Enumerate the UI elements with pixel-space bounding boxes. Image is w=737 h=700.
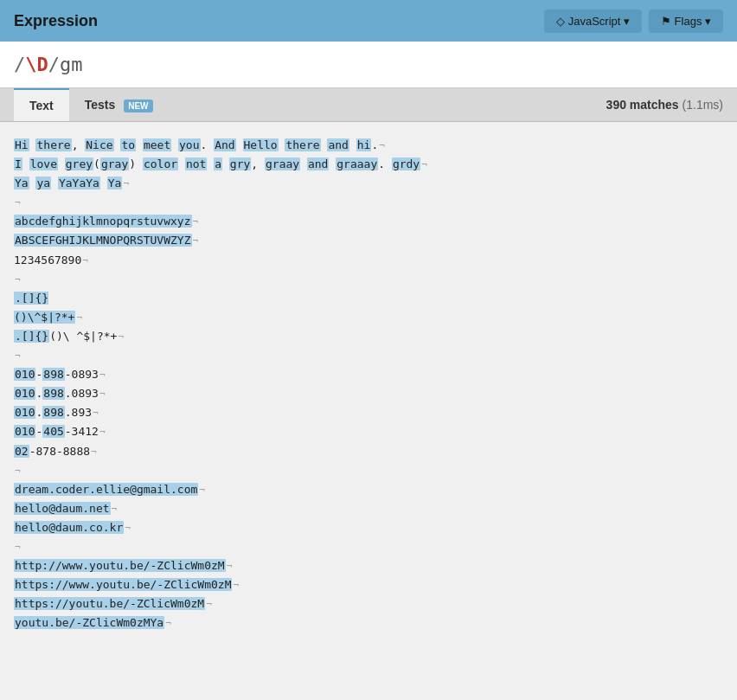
match: gray [100,157,129,170]
match: And [214,138,235,151]
pilcrow: ¬ [227,561,233,572]
text-line: 02-878-8888¬ [14,442,723,461]
match: youtu.be/-ZClicWm0zMYa [14,616,164,629]
regex-bar: /\D/gm [0,42,737,88]
new-badge: NEW [124,100,152,112]
pilcrow: ¬ [99,389,106,400]
text-line: .[]{}()\ ^$|?*+¬ [14,327,723,346]
text-content[interactable]: Hi there, Nice to meet you. And Hello th… [0,122,737,646]
text-line: Ya ya YaYaYa Ya¬ [14,174,723,193]
text-line: ¬ [14,193,723,212]
match: https://youtu.be/-ZClicWm0zM [14,597,205,610]
pilcrow: ¬ [82,255,88,267]
match: graay [265,157,300,170]
match: Nice [85,138,113,151]
header-buttons: ◇ JavaScript ▾ ⚑ Flags ▾ [544,10,723,33]
text-line: ¬ [14,537,723,556]
match: gry [229,157,251,170]
match: Hi [14,138,29,151]
text-line: 010-405-3412¬ [14,422,723,441]
match: a [214,157,222,170]
text-line: 010-898-0893¬ [14,365,723,384]
tab-text[interactable]: Text [14,88,69,121]
match: meet [143,138,171,151]
text-line: I love grey(gray) color not a gry, graay… [14,155,723,174]
regex-body: \D [25,54,48,75]
javascript-button[interactable]: ◇ JavaScript ▾ [544,10,642,33]
text-line: https://www.youtu.be/-ZClicWm0zM¬ [14,575,723,594]
pilcrow: ¬ [93,408,99,419]
pilcrow: ¬ [15,274,21,286]
match: http://www.youtu.be/-ZClicWm0zM [14,559,226,572]
match: 02 [14,445,29,458]
match: 898 [42,406,64,419]
pilcrow: ¬ [15,542,21,553]
pilcrow: ¬ [421,159,427,170]
match: 010 [14,368,35,381]
text-line: Hi there, Nice to meet you. And Hello th… [14,136,723,155]
match: and [307,157,329,170]
pilcrow: ¬ [233,580,239,591]
pilcrow: ¬ [15,350,21,362]
text-line: http://www.youtu.be/-ZClicWm0zM¬ [14,556,723,575]
pilcrow: ¬ [199,485,205,496]
match: love [29,157,58,170]
match: 010 [14,425,35,438]
regex-open-slash: / [14,54,25,75]
matches-time: (1.1ms) [683,98,723,112]
match: there [35,138,71,151]
match: 405 [42,425,64,438]
match: YaYaYa [58,177,100,189]
pilcrow: ¬ [15,466,21,477]
pilcrow: ¬ [91,446,97,458]
pilcrow: ¬ [15,197,21,209]
text-line: ABSCEFGHIJKLMNOPQRSTUVWZYZ¬ [14,231,723,250]
match: ABSCEFGHIJKLMNOPQRSTUVWZYZ [14,234,192,247]
match: grey [65,157,93,170]
text-line: abcdefghijklmnopqrstuvwxyz¬ [14,212,723,231]
text-line: ¬ [14,346,723,365]
pilcrow: ¬ [118,331,124,343]
match: 010 [14,406,35,419]
text-line: 010.898.0893¬ [14,384,723,403]
pilcrow: ¬ [112,504,118,515]
match: 010 [14,387,35,400]
text-line: https://youtu.be/-ZClicWm0zM¬ [14,594,723,613]
match: Hello [243,138,279,151]
match: grdy [392,157,420,170]
pilcrow: ¬ [125,523,131,534]
text-line: 010.898.893¬ [14,403,723,422]
text-line: youtu.be/-ZClicWm0zMYa¬ [14,613,723,633]
match: you [178,138,200,151]
match: dream.coder.ellie@gmail.com [14,483,198,496]
pilcrow: ¬ [193,216,199,228]
text-line: dream.coder.ellie@gmail.com¬ [14,480,723,499]
match: to [120,138,136,151]
text-line: hello@daum.net¬ [14,499,723,518]
match: ya [35,177,51,189]
flags-button[interactable]: ⚑ Flags ▾ [649,10,723,33]
text-line: ¬ [14,270,723,289]
match: Ya [107,177,123,189]
tabs-left: Text Tests NEW [14,88,169,121]
match: 898 [42,368,64,381]
match: abcdefghijklmnopqrstuvwxyz [14,215,192,228]
match: hi [356,138,372,151]
pilcrow: ¬ [123,178,129,189]
match: not [185,157,207,170]
text-line: hello@daum.co.kr¬ [14,518,723,537]
match: hello@daum.net [14,502,111,515]
matches-info: 390 matches (1.1ms) [606,98,723,112]
tab-tests[interactable]: Tests NEW [69,89,169,120]
match: and [327,138,349,151]
pilcrow: ¬ [165,618,171,629]
text-line: .[]{}()\^$|?*+¬ [14,289,723,327]
regex-flags: gm [60,54,83,75]
match: https://www.youtu.be/-ZClicWm0zM [14,578,232,591]
header: Expression ◇ JavaScript ▾ ⚑ Flags ▾ [0,0,737,42]
text-line: 1234567890¬ [14,251,723,270]
match: color [143,157,178,170]
pilcrow: ¬ [76,312,82,324]
match: hello@daum.co.kr [14,521,124,534]
app-title: Expression [14,12,98,30]
